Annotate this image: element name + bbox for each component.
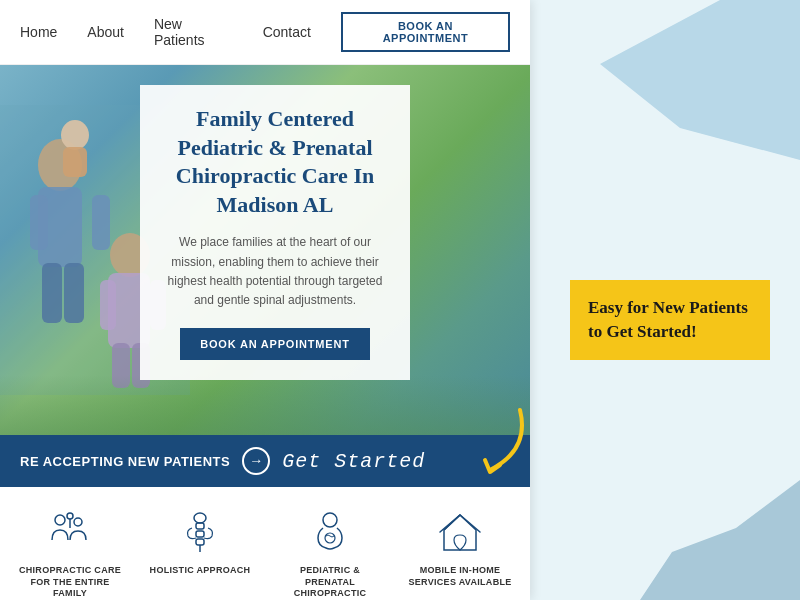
nav-book-button[interactable]: BOOK AN APPOINTMENT [341,12,510,52]
callout-arrow [430,400,550,480]
family-icon [45,507,95,557]
svg-point-16 [74,518,82,526]
nav-home[interactable]: Home [20,24,57,40]
hero-title: Family Centered Pediatric & Prenatal Chi… [165,105,385,219]
hero-card: Family Centered Pediatric & Prenatal Chi… [140,85,410,380]
service-mobile-label: MOBILE IN-HOME SERVICES AVAILABLE [405,565,515,588]
accepting-text: RE ACCEPTING NEW PATIENTS [20,454,230,469]
hero-section: Family Centered Pediatric & Prenatal Chi… [0,65,530,435]
service-holistic: HOLISTIC APPROACH [145,507,255,600]
service-mobile: MOBILE IN-HOME SERVICES AVAILABLE [405,507,515,600]
service-family: CHIROPRACTIC CARE FOR THE ENTIRE FAMILY [15,507,125,600]
svg-rect-21 [196,531,204,537]
service-holistic-label: HOLISTIC APPROACH [150,565,251,577]
hero-book-button[interactable]: BOOK AN APPOINTMENT [180,328,369,360]
website-frame: Home About New Patients Contact BOOK AN … [0,0,530,600]
svg-rect-20 [196,523,204,529]
get-started-text[interactable]: Get Started [282,450,425,473]
service-pediatric: PEDIATRIC & PRENATAL CHIROPRACTIC CERTIF… [275,507,385,600]
nav-contact[interactable]: Contact [263,24,311,40]
home-icon [435,507,485,557]
svg-point-25 [325,533,335,543]
hero-subtitle: We place families at the heart of our mi… [165,233,385,310]
svg-point-19 [194,513,206,523]
nav-new-patients[interactable]: New Patients [154,16,233,48]
callout-box: Easy for New Patients to Get Started! [570,280,770,360]
nav-about[interactable]: About [87,24,124,40]
service-family-label: CHIROPRACTIC CARE FOR THE ENTIRE FAMILY [15,565,125,600]
svg-point-17 [67,513,73,519]
holistic-icon [175,507,225,557]
navbar: Home About New Patients Contact BOOK AN … [0,0,530,65]
service-pediatric-label: PEDIATRIC & PRENATAL CHIROPRACTIC CERTIF… [275,565,385,600]
services-section: CHIROPRACTIC CARE FOR THE ENTIRE FAMILY … [0,487,530,600]
callout-text: Easy for New Patients to Get Started! [588,298,748,341]
svg-point-24 [323,513,337,527]
right-panel: Easy for New Patients to Get Started! [530,0,800,600]
prenatal-icon [305,507,355,557]
svg-point-15 [55,515,65,525]
accepting-arrow-icon[interactable]: → [242,447,270,475]
svg-rect-22 [196,539,204,545]
